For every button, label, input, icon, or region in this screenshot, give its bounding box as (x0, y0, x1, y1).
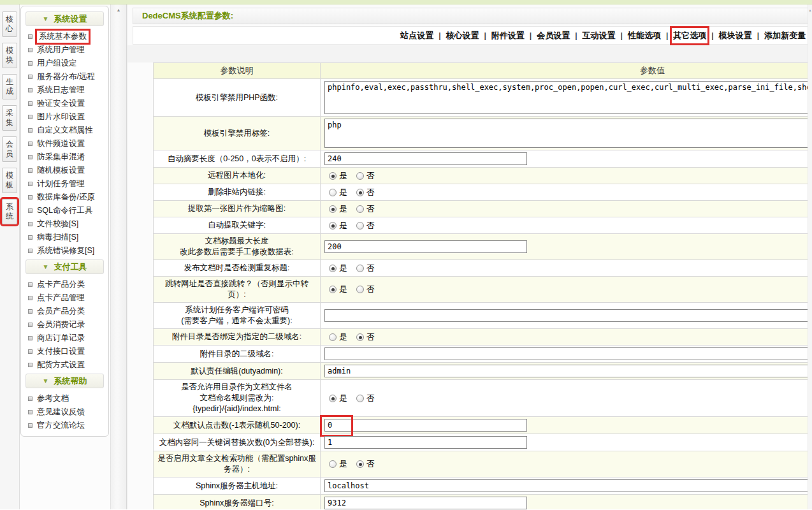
sidebar-item-随机模板设置[interactable]: 随机模板设置 (21, 164, 108, 177)
sidebar-item-官方交流论坛[interactable]: 官方交流论坛 (21, 419, 108, 432)
tab-其它选项[interactable]: 其它选项 (672, 28, 707, 43)
sidebar-scrollbar[interactable]: ▲ (110, 4, 127, 509)
radio-option-no[interactable]: 否 (356, 187, 375, 197)
param-input[interactable] (324, 497, 527, 509)
input-wrap (323, 497, 527, 509)
radio-icon[interactable] (356, 265, 364, 272)
sidebar-item-数据库备份/还原[interactable]: 数据库备份/还原 (21, 191, 108, 204)
module-tab-核心[interactable]: 核 心 (2, 11, 17, 37)
main-scrollbar[interactable]: ▲ (808, 4, 812, 509)
radio-option-no[interactable]: 否 (356, 204, 375, 214)
table-row: 文档默认点击数(-1表示随机50-200): (154, 417, 812, 434)
param-input[interactable] (324, 152, 527, 165)
param-input[interactable] (324, 436, 527, 449)
param-input[interactable] (324, 309, 812, 322)
module-tab-模块[interactable]: 模 块 (2, 43, 17, 68)
tab-添加新变量[interactable]: 添加新变量 (763, 28, 807, 43)
sidebar-item-图片水印设置[interactable]: 图片水印设置 (21, 110, 108, 124)
param-input[interactable] (324, 240, 527, 253)
param-input[interactable] (324, 479, 812, 492)
radio-option-yes[interactable]: 是 (329, 187, 347, 197)
tab-核心设置[interactable]: 核心设置 (444, 28, 480, 43)
radio-icon[interactable] (356, 286, 364, 293)
sidebar-item-服务器分布/远程[interactable]: 服务器分布/远程 (21, 70, 108, 84)
sidebar-item-病毒扫描[S][interactable]: 病毒扫描[S] (21, 231, 108, 244)
tab-性能选项[interactable]: 性能选项 (627, 28, 662, 43)
radio-option-yes[interactable]: 是 (329, 459, 347, 469)
sidebar-item-点卡产品分类[interactable]: 点卡产品分类 (21, 278, 108, 291)
sidebar-item-用户组设定[interactable]: 用户组设定 (21, 57, 108, 70)
radio-option-no[interactable]: 否 (356, 332, 375, 342)
sidebar-item-防采集串混淆[interactable]: 防采集串混淆 (21, 150, 108, 164)
section-header-系统帮助[interactable]: ▼系统帮助 (25, 374, 104, 388)
param-input[interactable] (324, 365, 812, 377)
sidebar-item-系统用户管理[interactable]: 系统用户管理 (21, 43, 108, 57)
radio-icon[interactable] (329, 189, 337, 196)
sidebar-item-商店订单记录[interactable]: 商店订单记录 (21, 332, 108, 345)
radio-option-yes[interactable]: 是 (329, 263, 347, 273)
radio-option-no[interactable]: 否 (356, 171, 375, 180)
sidebar-item-意见建议反馈[interactable]: 意见建议反馈 (21, 405, 108, 419)
module-tab-模板[interactable]: 模 板 (2, 168, 17, 193)
tab-模块设置[interactable]: 模块设置 (718, 28, 753, 43)
sidebar-item-SQL命令行工具[interactable]: SQL命令行工具 (21, 204, 108, 217)
tab-附件设置[interactable]: 附件设置 (490, 28, 526, 43)
param-textarea[interactable] (324, 81, 812, 114)
sidebar-item-会员产品分类[interactable]: 会员产品分类 (21, 305, 108, 318)
param-label-cell: 提取第一张图片作为缩略图: (154, 201, 321, 217)
sidebar-item-系统基本参数[interactable]: 系统基本参数 (21, 30, 108, 43)
sidebar-item-会员消费记录[interactable]: 会员消费记录 (21, 318, 108, 332)
section-header-系统设置[interactable]: ▼系统设置 (25, 11, 104, 26)
sidebar-item-软件频道设置[interactable]: 软件频道设置 (21, 137, 108, 150)
radio-icon[interactable] (356, 460, 364, 468)
radio-icon[interactable] (329, 222, 337, 229)
radio-option-yes[interactable]: 是 (329, 284, 347, 294)
module-tab-采集[interactable]: 采 集 (2, 105, 17, 131)
sidebar-item-系统日志管理[interactable]: 系统日志管理 (21, 84, 108, 97)
radio-option-yes[interactable]: 是 (329, 332, 347, 342)
radio-option-no[interactable]: 否 (356, 221, 375, 230)
radio-icon[interactable] (356, 205, 364, 213)
param-label: 默认责任编辑(dutyadmin): (156, 366, 317, 377)
tab-会员设置[interactable]: 会员设置 (535, 28, 571, 43)
radio-option-yes[interactable]: 是 (329, 221, 347, 230)
radio-icon[interactable] (356, 395, 364, 402)
radio-option-no[interactable]: 否 (356, 459, 375, 469)
sidebar-item-文件校验[S][interactable]: 文件校验[S] (21, 217, 108, 231)
sidebar-item-自定义文档属性[interactable]: 自定义文档属性 (21, 124, 108, 137)
sidebar-item-计划任务管理[interactable]: 计划任务管理 (21, 177, 108, 191)
param-textarea[interactable] (324, 119, 812, 148)
section-header-支付工具[interactable]: ▼支付工具 (25, 259, 104, 274)
radio-icon[interactable] (329, 460, 337, 468)
radio-icon[interactable] (329, 172, 337, 180)
sidebar-item-点卡产品管理[interactable]: 点卡产品管理 (21, 291, 108, 305)
radio-option-yes[interactable]: 是 (329, 204, 347, 214)
radio-option-no[interactable]: 否 (356, 284, 375, 294)
module-tab-会员[interactable]: 会 员 (2, 136, 17, 162)
param-input[interactable] (324, 347, 812, 360)
module-tab-系统[interactable]: 系 统 (2, 199, 17, 224)
radio-option-no[interactable]: 否 (356, 263, 375, 273)
radio-icon[interactable] (356, 333, 364, 341)
radio-option-yes[interactable]: 是 (329, 171, 347, 180)
radio-icon[interactable] (356, 189, 364, 196)
radio-icon[interactable] (356, 222, 364, 229)
sidebar-item-验证安全设置[interactable]: 验证安全设置 (21, 97, 108, 110)
tab-站点设置[interactable]: 站点设置 (399, 28, 435, 43)
tab-互动设置[interactable]: 互动设置 (581, 28, 617, 43)
radio-icon[interactable] (329, 395, 337, 402)
param-input[interactable] (324, 419, 527, 432)
module-tab-生成[interactable]: 生 成 (2, 74, 17, 99)
sidebar-item-支付接口设置[interactable]: 支付接口设置 (21, 345, 108, 358)
radio-icon[interactable] (329, 265, 337, 272)
radio-icon[interactable] (329, 205, 337, 213)
radio-icon[interactable] (329, 286, 337, 293)
radio-icon[interactable] (329, 333, 337, 341)
radio-icon[interactable] (356, 172, 364, 180)
sidebar-item-系统错误修复[S][interactable]: 系统错误修复[S] (21, 244, 108, 258)
scroll-up-arrow-icon[interactable]: ▲ (111, 8, 126, 12)
sidebar-item-配货方式设置[interactable]: 配货方式设置 (21, 358, 108, 372)
radio-option-yes[interactable]: 是 (329, 393, 347, 403)
sidebar-item-参考文档[interactable]: 参考文档 (21, 392, 108, 405)
radio-option-no[interactable]: 否 (356, 393, 375, 403)
